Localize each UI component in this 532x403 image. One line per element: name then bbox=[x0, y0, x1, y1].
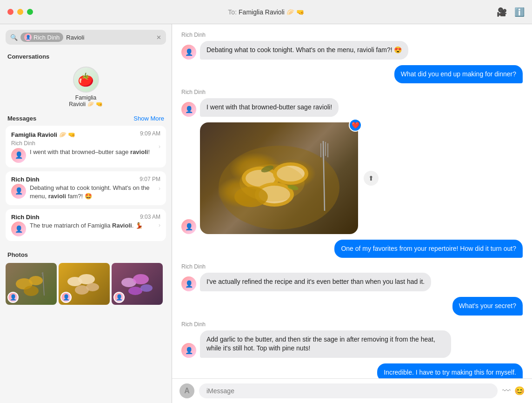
photo-thumb[interactable]: 👤 bbox=[59, 263, 110, 305]
photo-thumb[interactable]: 👤 bbox=[6, 263, 57, 305]
sender-avatar: 👤 bbox=[181, 45, 196, 60]
message-row: One of my favorites from your repertoire… bbox=[181, 240, 523, 258]
apps-button[interactable]: A bbox=[180, 383, 194, 398]
photos-header: Photos bbox=[0, 247, 172, 261]
titlebar-actions: 🎥 ℹ️ bbox=[497, 7, 525, 17]
audio-waveform-icon[interactable]: 〰 bbox=[502, 386, 511, 396]
conversation-name: Famiglia Ravioli 🥟 🤜 bbox=[239, 8, 304, 16]
input-bar: A 〰 😊 bbox=[172, 378, 532, 403]
message-result[interactable]: Famiglia Ravioli 🥟 🤜 Rich Dinh 9:09 AM 👤… bbox=[6, 126, 166, 168]
search-bar[interactable]: 🔍 👤 Rich Dinh Ravioli ✕ bbox=[6, 30, 166, 45]
message-result[interactable]: Rich Dinh 9:03 AM 👤 The true matriarch o… bbox=[6, 209, 166, 241]
maximize-button[interactable] bbox=[27, 9, 33, 15]
image-message-container: ❤️ ⬆ bbox=[200, 122, 358, 234]
chevron-right-icon: › bbox=[159, 185, 160, 192]
msg-result-sub: Rich Dinh bbox=[11, 140, 35, 147]
msg-result-name: Famiglia Ravioli 🥟 🤜 bbox=[11, 131, 75, 138]
msg-result-header: Rich Dinh 9:03 AM bbox=[11, 214, 160, 221]
sender-avatar: 👤 bbox=[181, 102, 196, 117]
messages-container: Rich Dinh 👤 Debating what to cook tonigh… bbox=[172, 24, 532, 378]
message-input[interactable] bbox=[199, 383, 498, 398]
sender-name: Rich Dinh bbox=[181, 89, 523, 95]
sidebar: 🔍 👤 Rich Dinh Ravioli ✕ Conversations 🍅 … bbox=[0, 24, 172, 403]
message-row: 👤 I've actually refined the recipe and i… bbox=[181, 273, 523, 291]
conversation-avatar: 🍅 bbox=[73, 67, 99, 93]
minimize-button[interactable] bbox=[17, 9, 23, 15]
message-group: What did you end up making for dinner? bbox=[181, 65, 523, 84]
message-group: One of my favorites from your repertoire… bbox=[181, 240, 523, 258]
svg-point-12 bbox=[128, 287, 142, 295]
msg-result-header: Famiglia Ravioli 🥟 🤜 Rich Dinh 9:09 AM bbox=[11, 130, 160, 147]
message-row: What's your secret? bbox=[181, 297, 523, 316]
message-row: 👤 I went with that browned-butter sage r… bbox=[181, 98, 523, 117]
msg-result-text: The true matriarch of Famiglia Ravioli. … bbox=[30, 222, 160, 230]
close-button[interactable] bbox=[7, 9, 13, 15]
msg-result-text: Debating what to cook tonight. What's on… bbox=[30, 184, 160, 201]
message-group: Rich Dinh 👤 I went with that browned-but… bbox=[181, 89, 523, 117]
chevron-right-icon: › bbox=[159, 143, 160, 150]
photos-grid: 👤 👤 bbox=[0, 261, 172, 307]
msg-result-header: Rich Dinh 9:07 PM bbox=[11, 176, 160, 183]
msg-result-avatar: 👤 bbox=[11, 148, 26, 163]
main-container: 🔍 👤 Rich Dinh Ravioli ✕ Conversations 🍅 … bbox=[0, 24, 532, 403]
chevron-right-icon: › bbox=[159, 222, 160, 228]
message-result[interactable]: Rich Dinh 9:07 PM 👤 Debating what to coo… bbox=[6, 171, 166, 205]
emoji-icon[interactable]: 😊 bbox=[514, 386, 525, 396]
svg-point-7 bbox=[78, 274, 95, 284]
show-more-button[interactable]: Show More bbox=[133, 115, 164, 122]
message-row: 👤 Add garlic to the butter, and then sti… bbox=[181, 330, 523, 358]
conversations-header: Conversations bbox=[0, 48, 172, 63]
sender-name: Rich Dinh bbox=[181, 32, 523, 38]
message-bubble: What's your secret? bbox=[452, 297, 523, 316]
message-group: Incredible. I have to try making this fo… bbox=[181, 363, 523, 378]
svg-point-24 bbox=[239, 164, 305, 202]
message-group: Rich Dinh 👤 Add garlic to the butter, an… bbox=[181, 321, 523, 358]
info-icon[interactable]: ℹ️ bbox=[514, 7, 525, 17]
message-bubble: What did you end up making for dinner? bbox=[394, 65, 523, 84]
messages-label: Messages bbox=[7, 115, 36, 122]
titlebar: To:Famiglia Ravioli 🥟 🤜 🎥 ℹ️ bbox=[0, 0, 532, 24]
msg-result-body: 👤 Debating what to cook tonight. What's … bbox=[11, 184, 160, 201]
video-icon[interactable]: 🎥 bbox=[497, 7, 507, 17]
messages-section-header: Messages Show More bbox=[0, 111, 172, 124]
message-row: Incredible. I have to try making this fo… bbox=[181, 363, 523, 378]
message-bubble: Debating what to cook tonight. What's on… bbox=[200, 41, 408, 60]
msg-result-text: I went with that browned–butter sage rav… bbox=[30, 148, 160, 156]
ravioli-photo bbox=[200, 122, 358, 234]
search-icon: 🔍 bbox=[10, 34, 18, 41]
message-bubble: Add garlic to the butter, and then stir … bbox=[200, 330, 451, 358]
msg-result-name: Rich Dinh bbox=[11, 214, 40, 221]
share-button[interactable]: ⬆ bbox=[364, 171, 379, 186]
input-actions: 〰 😊 bbox=[502, 386, 525, 396]
message-group-image: 👤 bbox=[181, 122, 523, 234]
sender-name: Rich Dinh bbox=[181, 321, 523, 328]
svg-point-11 bbox=[133, 274, 149, 284]
search-input-text: Ravioli bbox=[66, 34, 153, 41]
msg-result-body: 👤 The true matriarch of Famiglia Ravioli… bbox=[11, 222, 160, 236]
photos-section: Photos 👤 bbox=[0, 243, 172, 310]
svg-point-9 bbox=[86, 283, 99, 291]
message-image[interactable] bbox=[200, 122, 358, 234]
search-clear-icon[interactable]: ✕ bbox=[156, 34, 161, 41]
svg-point-1 bbox=[29, 276, 43, 285]
conversation-item[interactable]: 🍅 Famiglia Ravioli 🥟 🤜 bbox=[0, 63, 172, 111]
sender-avatar: 👤 bbox=[181, 219, 196, 234]
conversation-name: Famiglia Ravioli 🥟 🤜 bbox=[69, 94, 103, 107]
search-tag-name: Rich Dinh bbox=[33, 34, 60, 41]
svg-point-13 bbox=[140, 284, 153, 292]
reaction-badge[interactable]: ❤️ bbox=[349, 119, 362, 132]
message-bubble: I've actually refined the recipe and it'… bbox=[200, 273, 431, 291]
sender-avatar: 👤 bbox=[181, 343, 196, 358]
photo-thumb[interactable]: 👤 bbox=[112, 263, 163, 305]
msg-result-avatar: 👤 bbox=[11, 222, 26, 236]
msg-result-avatar: 👤 bbox=[11, 184, 26, 199]
message-group: What's your secret? bbox=[181, 297, 523, 316]
message-row: What did you end up making for dinner? bbox=[181, 65, 523, 84]
chat-area: Rich Dinh 👤 Debating what to cook tonigh… bbox=[172, 24, 532, 403]
message-bubble: I went with that browned-butter sage rav… bbox=[200, 98, 339, 117]
msg-result-body: 👤 I went with that browned–butter sage r… bbox=[11, 148, 160, 163]
to-keyword: To: bbox=[228, 8, 237, 16]
msg-result-time: 9:07 PM bbox=[140, 176, 160, 183]
msg-result-time: 9:03 AM bbox=[140, 214, 160, 221]
message-group: Rich Dinh 👤 Debating what to cook tonigh… bbox=[181, 32, 523, 60]
